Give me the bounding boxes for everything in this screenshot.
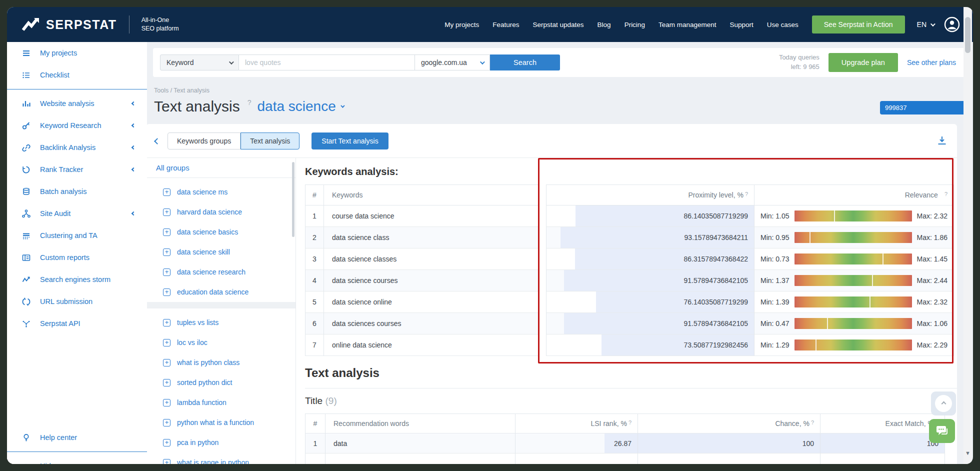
expand-plus-icon[interactable]: [163, 419, 170, 426]
expand-plus-icon[interactable]: [163, 439, 170, 446]
keyword-cell[interactable]: data science courses: [324, 270, 539, 292]
sidebar-item-backlink-analysis[interactable]: Backlink Analysis: [7, 136, 147, 158]
sidebar-item-my-projects[interactable]: My projects: [7, 42, 147, 64]
keyword-cell[interactable]: data science class: [324, 227, 539, 248]
scrollbar-thumb[interactable]: [965, 17, 970, 53]
serpstat-logo[interactable]: SERPSTAT All-in-OneSEO platform: [22, 16, 179, 34]
expand-plus-icon[interactable]: [163, 228, 170, 236]
keyword-cell[interactable]: data science classes: [324, 248, 539, 270]
project-id-badge[interactable]: 999837: [880, 101, 966, 114]
expand-plus-icon[interactable]: [163, 208, 170, 216]
start-text-analysis-button[interactable]: Start Text analysis: [312, 132, 388, 150]
group-item[interactable]: data science research: [146, 262, 296, 282]
nav-team-management[interactable]: Team management: [658, 21, 716, 28]
language-selector[interactable]: EN: [917, 20, 934, 28]
group-item[interactable]: what is python class: [146, 352, 296, 372]
expand-plus-icon[interactable]: [163, 188, 170, 196]
sidebar-item-serpstat-api[interactable]: Serpstat API: [7, 312, 147, 334]
search-button[interactable]: Search: [490, 54, 560, 70]
expand-plus-icon[interactable]: [163, 268, 170, 276]
logo-tagline: All-in-OneSEO platform: [142, 16, 179, 33]
scrollbar-down-arrow[interactable]: ▼: [964, 450, 972, 456]
col-header-chance[interactable]: Chance, %?: [638, 414, 820, 434]
keyword-cell[interactable]: data sciences courses: [324, 313, 539, 334]
chance-bar: [638, 434, 820, 453]
group-item[interactable]: data science skill: [146, 242, 296, 262]
group-item[interactable]: education data science: [146, 282, 296, 302]
expand-plus-icon[interactable]: [163, 339, 170, 346]
sidebar-item-checklist[interactable]: Checklist: [7, 64, 147, 86]
group-item[interactable]: data science basics: [146, 222, 296, 242]
search-engine-select[interactable]: google.com.ua: [415, 54, 490, 70]
page-title: Text analysis: [154, 98, 240, 115]
nav-support[interactable]: Support: [730, 21, 753, 28]
sidebar-item-keyword-research[interactable]: Keyword Research: [7, 114, 147, 136]
see-other-plans-link[interactable]: See other plans: [907, 58, 956, 66]
nav-pricing[interactable]: Pricing: [624, 21, 645, 28]
expand-plus-icon[interactable]: [163, 379, 170, 386]
word-cell[interactable]: data: [325, 434, 515, 454]
nav-use-cases[interactable]: Use cases: [767, 21, 798, 28]
keyword-cell[interactable]: data science online: [324, 292, 539, 313]
help-icon[interactable]: ?: [628, 420, 632, 426]
download-icon[interactable]: [937, 136, 947, 147]
nav-my-projects[interactable]: My projects: [444, 21, 479, 28]
sidebar-item-site-audit[interactable]: Site Audit: [7, 202, 147, 224]
page-scrollbar[interactable]: ▼: [964, 7, 972, 464]
user-avatar[interactable]: [944, 16, 960, 32]
proximity-cell: 73.50877192982456: [546, 334, 754, 356]
search-type-select[interactable]: Keyword: [160, 54, 239, 70]
group-item[interactable]: tuples vs lists: [146, 312, 296, 332]
search-input[interactable]: love quotes: [239, 54, 415, 70]
nav-features[interactable]: Features: [492, 21, 519, 28]
sidebar-item-help-center[interactable]: Help center: [7, 426, 147, 448]
group-item[interactable]: data science ms: [146, 182, 296, 202]
expand-plus-icon[interactable]: [163, 248, 170, 256]
tab-text-analysis[interactable]: Text analysis: [240, 132, 300, 150]
group-item[interactable]: harvard data science: [146, 202, 296, 222]
col-header-proximity[interactable]: Proximity level, %?: [546, 184, 754, 206]
sidebar-item-search-engines-storm[interactable]: Search engines storm: [7, 268, 147, 290]
project-selector[interactable]: data science: [258, 98, 344, 114]
breadcrumb[interactable]: Tools / Text analysis: [154, 87, 967, 94]
group-item[interactable]: what is range in python: [146, 452, 296, 464]
expand-plus-icon[interactable]: [163, 459, 170, 464]
tab-keywords-groups[interactable]: Keywords groups: [168, 132, 240, 150]
sidebar-item-website-analysis[interactable]: Website analysis: [7, 92, 147, 114]
back-button[interactable]: [155, 136, 160, 146]
tabs-row: Keywords groups Text analysis Start Text…: [146, 124, 957, 158]
group-item[interactable]: pca in python: [146, 432, 296, 452]
sidebar-item-url-submission[interactable]: URL submission: [7, 290, 147, 312]
col-header-lsi-rank[interactable]: LSI rank, %?: [515, 414, 638, 434]
sidebar-item-custom-reports[interactable]: Custom reports: [7, 246, 147, 268]
nav-blog[interactable]: Blog: [598, 21, 611, 28]
help-icon[interactable]: ?: [248, 98, 252, 106]
help-icon[interactable]: ?: [944, 191, 948, 197]
chat-widget-button[interactable]: [929, 419, 955, 443]
col-header-relevance[interactable]: Relevance?: [754, 184, 954, 206]
sidebar-item-hide-menu[interactable]: Hide menu: [7, 455, 147, 464]
upgrade-plan-button[interactable]: Upgrade plan: [828, 53, 898, 72]
expand-plus-icon[interactable]: [163, 319, 170, 326]
network-icon: [20, 319, 32, 328]
sidebar-item-batch-analysis[interactable]: Batch analysis: [7, 180, 147, 202]
group-item[interactable]: lambda function: [146, 392, 296, 412]
expand-plus-icon[interactable]: [163, 288, 170, 296]
nav-serpstat-updates[interactable]: Serpstat updates: [533, 21, 584, 28]
see-serpstat-in-action-button[interactable]: See Serpstat in Action: [812, 16, 905, 34]
scroll-to-top-button[interactable]: [931, 392, 956, 416]
all-groups-link[interactable]: All groups: [146, 158, 296, 178]
group-item[interactable]: loc vs iloc: [146, 332, 296, 352]
help-icon[interactable]: ?: [811, 420, 814, 426]
expand-plus-icon[interactable]: [163, 359, 170, 366]
expand-plus-icon[interactable]: [163, 399, 170, 406]
group-item[interactable]: python what is a function: [146, 412, 296, 432]
group-item[interactable]: sorted python dict: [146, 372, 296, 392]
help-icon[interactable]: ?: [745, 191, 748, 197]
sidebar-item-clustering-and-ta[interactable]: Clustering and TA: [7, 224, 147, 246]
col-header-exact-match[interactable]: Exact Match, %?: [820, 414, 945, 434]
sidebar-item-rank-tracker[interactable]: Rank Tracker: [7, 158, 147, 180]
groups-scrollbar[interactable]: [292, 162, 294, 237]
keyword-cell[interactable]: online data science: [324, 334, 539, 356]
keyword-cell[interactable]: course data science: [324, 206, 539, 227]
